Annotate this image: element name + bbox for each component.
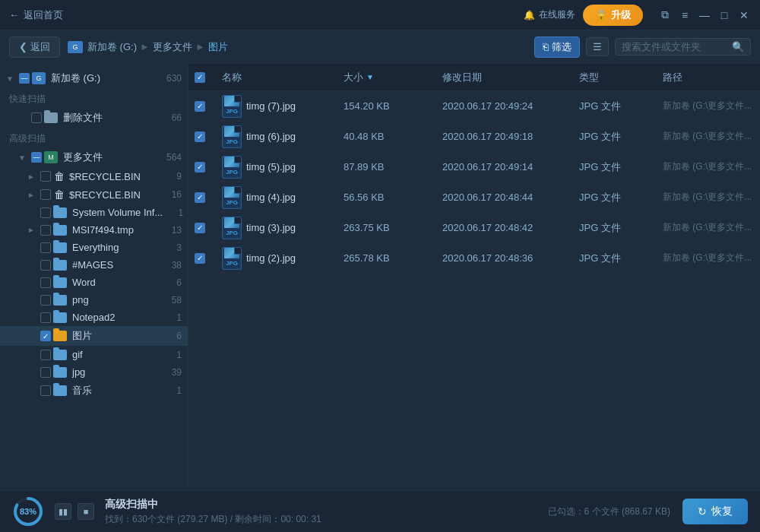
- sidebar-item-jpg[interactable]: jpg 39: [0, 363, 188, 381]
- cell-date: 2020.06.17 20:48:36: [442, 252, 579, 264]
- recycle1-label: $RECYCLE.BIN: [69, 171, 141, 182]
- sidebar-item-more-files[interactable]: ▼ M 更多文件 564: [0, 147, 188, 167]
- jpg-checkbox[interactable]: [40, 367, 51, 378]
- select-all-checkbox[interactable]: [195, 72, 205, 83]
- jpg-file-icon: JPG: [222, 156, 242, 179]
- column-header-type[interactable]: 类型: [579, 71, 663, 84]
- breadcrumb-sep1: ►: [140, 41, 150, 52]
- breadcrumb-drive[interactable]: 新加卷 (G:): [87, 40, 137, 54]
- mages-checkbox[interactable]: [40, 260, 51, 271]
- sidebar-item-msi[interactable]: ► MSI7f494.tmp 13: [0, 221, 188, 239]
- minimize-button[interactable]: —: [698, 8, 711, 22]
- sidebar-item-everything[interactable]: Everything 3: [0, 239, 188, 256]
- music-folder-icon: [53, 385, 67, 396]
- sidebar-item-gif[interactable]: gif 1: [0, 346, 188, 363]
- recycle2-checkbox[interactable]: [40, 189, 51, 200]
- sort-button[interactable]: ☰: [586, 37, 609, 56]
- music-checkbox[interactable]: [40, 385, 51, 396]
- everything-checkbox[interactable]: [40, 242, 51, 253]
- image-preview: [224, 217, 239, 228]
- back-icon: ❮: [19, 41, 27, 52]
- breadcrumb-more[interactable]: 更多文件: [153, 40, 192, 54]
- sidebar-item-root[interactable]: ▼ G 新加卷 (G:) 630: [0, 68, 188, 88]
- back-home-label: 返回首页: [24, 8, 63, 22]
- online-service-label: 在线服务: [539, 8, 575, 21]
- notepad2-checkbox[interactable]: [40, 312, 51, 323]
- file-name: timg (7).jpg: [246, 100, 296, 112]
- cell-name: JPG timg (3).jpg: [222, 217, 344, 239]
- png-checkbox[interactable]: [40, 295, 51, 306]
- column-header-name[interactable]: 名称: [222, 71, 344, 84]
- drive-icon-small: G: [32, 72, 46, 84]
- row-checkbox[interactable]: [195, 101, 205, 112]
- jpg-label: JPG: [224, 229, 239, 237]
- cell-path: 新加卷 (G:\更多文件...: [663, 100, 754, 112]
- word-checkbox[interactable]: [40, 277, 51, 288]
- jpg-file-icon: JPG: [222, 247, 242, 270]
- restore-button[interactable]: ↻ 恢复: [682, 499, 748, 524]
- sidebar-item-recycle2[interactable]: ► 🗑 $RECYCLE.BIN 16: [0, 185, 188, 204]
- progress-circle: 83%: [12, 496, 44, 527]
- root-checkbox[interactable]: [19, 73, 30, 84]
- stop-button[interactable]: ■: [78, 503, 94, 520]
- sysvolume-checkbox[interactable]: [40, 207, 51, 218]
- search-input[interactable]: [622, 41, 728, 52]
- column-header-path[interactable]: 路径: [663, 71, 754, 84]
- row-checkbox[interactable]: [195, 131, 205, 142]
- table-row[interactable]: JPG timg (7).jpg 154.20 KB 2020.06.17 20…: [188, 91, 760, 122]
- row-checkbox[interactable]: [195, 223, 205, 233]
- table-row[interactable]: JPG timg (3).jpg 263.75 KB 2020.06.17 20…: [188, 213, 760, 243]
- column-header-date[interactable]: 修改日期: [442, 71, 579, 84]
- restore-window-button[interactable]: ⧉: [658, 8, 672, 22]
- back-button[interactable]: ❮ 返回: [9, 36, 60, 58]
- close-button[interactable]: ✕: [737, 8, 751, 22]
- table-row[interactable]: JPG timg (6).jpg 40.48 KB 2020.06.17 20:…: [188, 122, 760, 152]
- sidebar-item-delete-files[interactable]: 删除文件 66: [0, 108, 188, 128]
- jpg-file-icon: JPG: [222, 125, 242, 148]
- online-service-button[interactable]: 🔔 在线服务: [524, 8, 575, 21]
- image-preview: [224, 96, 239, 106]
- table-row[interactable]: JPG timg (5).jpg 87.89 KB 2020.06.17 20:…: [188, 152, 760, 182]
- pictures-checkbox[interactable]: [40, 331, 51, 341]
- more-files-checkbox[interactable]: [31, 152, 42, 163]
- recycle1-checkbox[interactable]: [40, 171, 51, 182]
- window-controls: ⧉ ≡ — □ ✕: [658, 8, 751, 22]
- drive-icon: G: [68, 41, 83, 53]
- upgrade-button[interactable]: 🔒 升级: [583, 5, 643, 26]
- selected-info: 已勾选：6 个文件 (868.67 KB): [548, 505, 670, 518]
- col-type-label: 类型: [579, 71, 599, 84]
- sidebar-item-word[interactable]: Word 6: [0, 274, 188, 291]
- row-checkbox[interactable]: [195, 192, 205, 203]
- row-checkbox[interactable]: [195, 162, 205, 173]
- sidebar-item-mages[interactable]: #MAGES 38: [0, 256, 188, 274]
- column-header-size[interactable]: 大小 ▼: [344, 71, 442, 84]
- msi-checkbox[interactable]: [40, 225, 51, 236]
- jpg-file-icon: JPG: [222, 217, 242, 239]
- recycle2-count: 16: [163, 189, 182, 200]
- table-row[interactable]: JPG timg (2).jpg 265.78 KB 2020.06.17 20…: [188, 243, 760, 274]
- cell-name: JPG timg (7).jpg: [222, 95, 344, 118]
- sidebar-item-png[interactable]: png 58: [0, 291, 188, 309]
- table-row[interactable]: JPG timg (4).jpg 56.56 KB 2020.06.17 20:…: [188, 182, 760, 213]
- filter-label: 筛选: [552, 40, 572, 54]
- sidebar-item-recycle1[interactable]: ► 🗑 $RECYCLE.BIN 9: [0, 167, 188, 185]
- sidebar-item-pictures[interactable]: 图片 6: [0, 326, 188, 346]
- maximize-button[interactable]: □: [717, 8, 731, 22]
- sidebar-item-sysvolume[interactable]: System Volume Inf... 1: [0, 204, 188, 221]
- everything-count: 3: [163, 242, 182, 253]
- row-checkbox[interactable]: [195, 253, 205, 264]
- statusbar-right: 已勾选：6 个文件 (868.67 KB) ↻ 恢复: [548, 499, 748, 524]
- gif-checkbox[interactable]: [40, 350, 51, 360]
- mages-folder-icon: [53, 260, 67, 271]
- menu-button[interactable]: ≡: [678, 8, 692, 22]
- back-home-button[interactable]: ← 返回首页: [9, 8, 63, 22]
- file-name: timg (4).jpg: [246, 192, 296, 203]
- pictures-count: 6: [163, 331, 182, 341]
- cell-type: JPG 文件: [579, 160, 663, 174]
- filter-button[interactable]: ⎗ 筛选: [534, 36, 580, 58]
- sidebar-item-notepad2[interactable]: Notepad2 1: [0, 309, 188, 326]
- search-icon[interactable]: 🔍: [732, 41, 744, 52]
- sidebar-item-music[interactable]: 音乐 1: [0, 381, 188, 401]
- delete-checkbox[interactable]: [31, 112, 42, 123]
- pause-button[interactable]: ▮▮: [55, 503, 71, 520]
